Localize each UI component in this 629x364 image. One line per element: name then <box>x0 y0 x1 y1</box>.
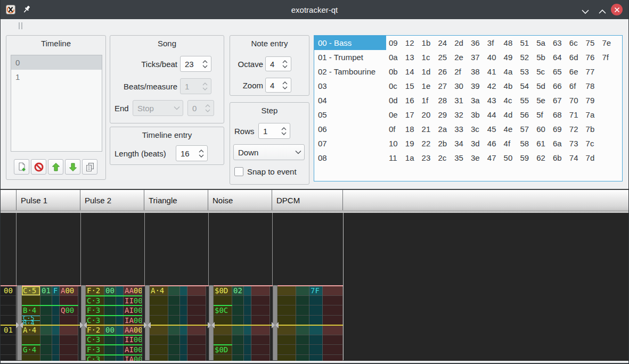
pattern-cell[interactable]: C·3 <box>86 355 104 361</box>
pattern-cell[interactable] <box>251 316 270 325</box>
instrument-slot[interactable]: 77 <box>586 64 602 79</box>
instrument-slot[interactable]: 53 <box>520 64 536 79</box>
instrument-slot[interactable]: 1c <box>422 50 438 64</box>
instrument-slot[interactable]: 1e <box>422 79 438 93</box>
pattern-cell[interactable] <box>323 325 343 335</box>
pattern-cell[interactable] <box>116 345 124 354</box>
pattern-cell[interactable] <box>116 286 124 296</box>
pattern-cell[interactable]: F <box>52 286 60 296</box>
pattern-cell[interactable] <box>296 345 309 354</box>
pattern-cell[interactable] <box>150 305 168 315</box>
pattern-cell[interactable] <box>104 355 116 361</box>
pattern-cell[interactable]: C·3 <box>86 296 104 305</box>
instrument-slot[interactable]: 67 <box>553 93 569 107</box>
instrument-slot[interactable]: 3b <box>471 107 487 122</box>
pattern-cell[interactable] <box>168 296 180 305</box>
pattern-cell[interactable] <box>40 316 52 325</box>
instrument-slot[interactable]: 0a <box>389 50 405 64</box>
pattern-cell[interactable] <box>244 296 251 305</box>
pattern-cell[interactable] <box>232 335 244 345</box>
pattern-cell[interactable] <box>187 335 206 345</box>
shade-icon[interactable] <box>581 7 590 12</box>
instrument-slot[interactable]: 7a <box>586 107 602 122</box>
instrument-slot[interactable]: 30 <box>454 79 470 93</box>
pattern-cell[interactable] <box>116 335 124 345</box>
instrument-slot[interactable]: 41 <box>487 64 503 79</box>
pattern-cell[interactable] <box>277 316 296 325</box>
instrument-slot[interactable]: 31 <box>454 93 470 107</box>
instrument-slot[interactable]: 52 <box>520 50 536 64</box>
timeline-list[interactable]: 01 <box>11 55 102 152</box>
pattern-cell[interactable] <box>60 316 78 325</box>
pattern-cell[interactable]: 7F <box>309 286 323 296</box>
pattern-cell[interactable] <box>296 335 309 345</box>
instrument-slot[interactable]: 29 <box>438 107 454 122</box>
pattern-cell[interactable] <box>150 335 168 345</box>
instrument-slot[interactable]: 66 <box>553 79 569 93</box>
instrument-slot[interactable]: 64 <box>553 50 569 64</box>
pattern-cell[interactable] <box>309 296 323 305</box>
clone-entry-button[interactable] <box>82 159 97 175</box>
pattern-cell[interactable] <box>40 325 52 335</box>
instrument-slot[interactable]: 7b <box>586 122 602 136</box>
timeline-list-item[interactable]: 1 <box>11 70 102 84</box>
pattern-cell[interactable] <box>187 345 206 354</box>
pattern-cell[interactable] <box>244 316 251 325</box>
move-up-button[interactable] <box>48 159 63 175</box>
instrument-slot[interactable]: 73 <box>569 136 585 151</box>
step-direction-combobox[interactable]: Down <box>233 144 305 160</box>
pattern-cell[interactable]: G·4 <box>22 345 40 354</box>
instrument-slot[interactable]: 33 <box>454 122 470 136</box>
pattern-cell[interactable] <box>150 316 168 325</box>
pattern-cell[interactable] <box>214 316 232 325</box>
pattern-cell[interactable] <box>52 345 60 354</box>
instrument-slot[interactable]: 39 <box>471 79 487 93</box>
instrument-slot[interactable]: 49 <box>504 50 520 64</box>
unshade-icon[interactable] <box>598 7 607 12</box>
pattern-cell[interactable] <box>296 286 309 296</box>
pattern-cell[interactable]: $0D <box>214 286 232 296</box>
pattern-cell[interactable] <box>309 305 323 315</box>
pattern-cell[interactable] <box>40 296 52 305</box>
remove-entry-button[interactable] <box>31 159 46 175</box>
pattern-cell[interactable] <box>244 345 251 354</box>
pattern-cell[interactable] <box>187 316 206 325</box>
instrument-slot[interactable]: 0d <box>389 93 405 107</box>
instrument-slot[interactable]: 61 <box>536 136 552 151</box>
instrument-slot[interactable]: 15 <box>405 79 421 93</box>
move-down-button[interactable] <box>65 159 80 175</box>
instrument-slot[interactable]: 5e <box>536 93 552 107</box>
pattern-cell[interactable] <box>104 316 116 325</box>
instrument-slot[interactable]: 40 <box>487 50 503 64</box>
instrument-slot[interactable]: 10 <box>389 136 405 151</box>
instrument-slot[interactable]: 76 <box>586 50 602 64</box>
pattern-cell[interactable] <box>251 345 270 354</box>
pattern-cell[interactable] <box>60 296 78 305</box>
instrument-slot[interactable]: 56 <box>520 107 536 122</box>
instrument-slot[interactable]: 50 <box>504 151 520 165</box>
pattern-cell[interactable] <box>60 355 78 361</box>
instrument-slot[interactable]: 42 <box>487 79 503 93</box>
instrument-slot[interactable]: 36 <box>471 36 487 50</box>
instrument-slot[interactable]: 6e <box>569 64 585 79</box>
instrument-slot[interactable]: 6b <box>553 151 569 165</box>
pattern-cell[interactable] <box>52 305 60 315</box>
pattern-cell[interactable]: $0D <box>214 345 232 354</box>
pattern-cell[interactable] <box>150 355 168 361</box>
instrument-slot[interactable]: 2f <box>454 64 470 79</box>
instrument-slot[interactable]: 2d <box>454 36 470 50</box>
pattern-cell[interactable] <box>251 325 270 335</box>
pattern-cell[interactable] <box>52 316 60 325</box>
toolbar-handle[interactable] <box>19 22 22 29</box>
instrument-slot[interactable]: 4a <box>504 64 520 79</box>
instrument-slot[interactable]: 58 <box>520 136 536 151</box>
pattern-cell[interactable] <box>232 345 244 354</box>
instrument-list-item[interactable]: 03 <box>314 79 386 93</box>
pattern-cell[interactable] <box>309 355 323 361</box>
pattern-cell[interactable] <box>232 325 244 335</box>
instrument-slot[interactable]: 27 <box>438 79 454 93</box>
instrument-list-item[interactable]: 06 <box>314 122 386 136</box>
pattern-cell[interactable]: 01 <box>40 286 52 296</box>
instrument-panel[interactable]: 00 - Bass01 - Trumpet02 - Tambourine0304… <box>314 35 623 181</box>
pattern-cell[interactable] <box>60 325 78 335</box>
